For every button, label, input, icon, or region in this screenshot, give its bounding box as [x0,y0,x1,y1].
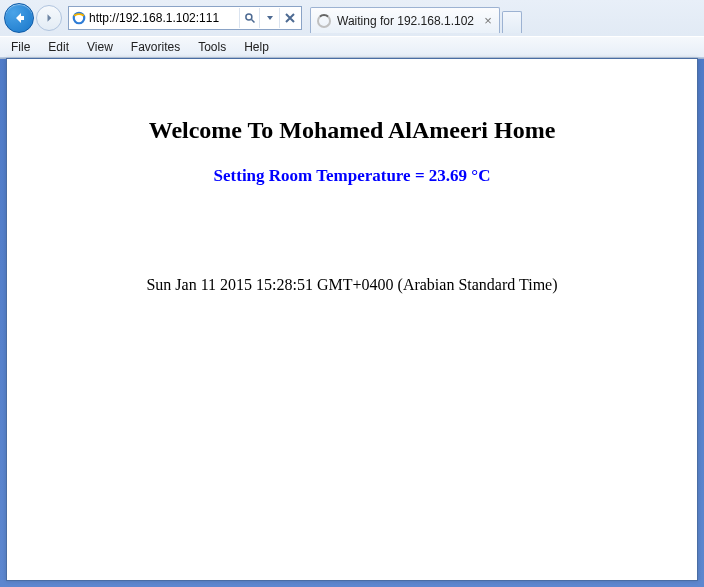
browser-window: Waiting for 192.168.1.102 × File Edit Vi… [0,0,704,587]
chevron-down-icon [266,14,274,22]
new-tab-button[interactable] [502,11,522,33]
back-arrow-icon [11,10,27,26]
browser-chrome: Waiting for 192.168.1.102 × File Edit Vi… [0,0,704,59]
svg-line-2 [251,20,254,23]
temperature-line: Setting Room Temperature = 23.69 °C [27,166,677,186]
loading-spinner-icon [317,14,331,28]
search-button[interactable] [239,8,259,28]
tab-close-button[interactable]: × [481,14,495,28]
temperature-unit: °C [467,166,490,185]
forward-button[interactable] [36,5,62,31]
menu-view[interactable]: View [78,38,122,56]
title-bar: Waiting for 192.168.1.102 × [0,0,704,36]
page-heading: Welcome To Mohamed AlAmeeri Home [27,117,677,144]
address-bar [68,6,302,30]
menu-tools[interactable]: Tools [189,38,235,56]
page-content: Welcome To Mohamed AlAmeeri Home Setting… [7,59,697,314]
tab-title: Waiting for 192.168.1.102 [337,14,475,28]
search-icon [244,12,256,24]
menu-edit[interactable]: Edit [39,38,78,56]
tab-strip: Waiting for 192.168.1.102 × [310,3,522,33]
menu-bar: File Edit View Favorites Tools Help [0,36,704,58]
stop-button[interactable] [279,8,299,28]
close-icon [285,13,295,23]
tab-active[interactable]: Waiting for 192.168.1.102 × [310,7,500,33]
menu-file[interactable]: File [2,38,39,56]
url-input[interactable] [89,8,239,28]
temperature-value: 23.69 [429,166,467,185]
menu-favorites[interactable]: Favorites [122,38,189,56]
refresh-dropdown-button[interactable] [259,8,279,28]
menu-help[interactable]: Help [235,38,278,56]
page-viewport[interactable]: Welcome To Mohamed AlAmeeri Home Setting… [6,58,698,581]
back-button[interactable] [4,3,34,33]
ie-logo-icon [71,10,87,26]
temperature-label: Setting Room Temperature = [214,166,429,185]
svg-point-1 [245,14,251,20]
forward-arrow-icon [43,12,55,24]
timestamp-text: Sun Jan 11 2015 15:28:51 GMT+0400 (Arabi… [27,276,677,294]
